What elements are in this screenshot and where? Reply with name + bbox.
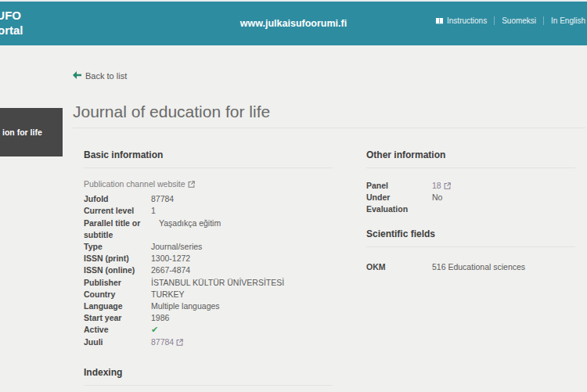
field-row-parallel-title: Parallel title or subtitle Yaşadıkça eği… <box>84 218 333 241</box>
field-label: ISSN (online) <box>84 264 151 276</box>
field-label: Start year <box>84 312 151 324</box>
header-nav: Instructions Suomeksi In English <box>435 16 585 25</box>
check-icon: ✔ <box>151 324 158 336</box>
header-bar: JUFOPortal www.julkaisufoorumi.fi Instru… <box>0 2 587 45</box>
panel-link[interactable]: 18 <box>432 180 451 192</box>
field-label: Juuli <box>84 336 151 348</box>
publication-channel-website-link[interactable]: Publication channel website <box>84 178 195 190</box>
field-row-current-level: Current level 1 <box>84 205 333 217</box>
main-content: Back to list Journal of education for li… <box>0 45 587 392</box>
field-label: Active <box>84 324 151 336</box>
field-label: Current level <box>84 205 151 217</box>
field-value: 87784 <box>151 193 174 205</box>
page-title: Journal of education for life <box>73 102 585 128</box>
external-link-icon <box>176 339 183 346</box>
right-column: Other information Panel 18 Under Evaluat… <box>366 128 575 392</box>
field-value: TURKEY <box>151 289 185 300</box>
section-scientific-fields: Scientific fields <box>366 228 575 247</box>
field-value: No <box>432 192 442 203</box>
field-row-panel: Panel 18 <box>366 180 575 192</box>
juuli-link[interactable]: 87784 <box>151 336 183 348</box>
publication-channel-website-row: Publication channel website <box>84 178 333 190</box>
field-row-start-year: Start year 1986 <box>84 312 333 324</box>
field-row-active: Active ✔ <box>84 324 333 336</box>
field-row-publisher: Publisher İSTANBUL KÜLTÜR ÜNİVERSİTESİ <box>84 277 333 289</box>
field-row-country: Country TURKEY <box>84 289 333 300</box>
book-icon <box>435 17 444 25</box>
field-label: Type <box>84 241 151 253</box>
field-row-language: Language Multiple languages <box>84 300 333 312</box>
nav-divider <box>543 16 544 25</box>
field-label: Country <box>84 289 151 300</box>
left-column: Basic information Publication channel we… <box>84 128 333 392</box>
field-value: 516 Educational sciences <box>432 261 525 273</box>
field-value: 1300-1272 <box>151 253 190 264</box>
nav-divider <box>494 16 495 25</box>
field-value: Journal/series <box>151 241 202 253</box>
field-row-type: Type Journal/series <box>84 241 333 253</box>
column-gap <box>333 128 366 392</box>
field-row-issn-print: ISSN (print) 1300-1272 <box>84 253 333 264</box>
field-row-jufoid: JufoId 87784 <box>84 193 333 205</box>
language-english-link[interactable]: In English <box>551 16 585 25</box>
field-value: İSTANBUL KÜLTÜR ÜNİVERSİTESİ <box>151 277 284 289</box>
section-other-information: Other information <box>366 149 575 168</box>
field-row-juuli: Juuli 87784 <box>84 336 333 348</box>
instructions-label: Instructions <box>447 16 487 25</box>
field-value: 1 <box>151 205 156 217</box>
juuli-link-label: 87784 <box>151 336 174 348</box>
language-finnish-link[interactable]: Suomeksi <box>502 16 536 25</box>
field-label: OKM <box>366 261 432 273</box>
field-label: JufoId <box>84 193 151 205</box>
panel-link-label: 18 <box>432 180 441 192</box>
section-basic-information: Basic information <box>84 149 333 168</box>
field-label: ISSN (print) <box>84 253 151 264</box>
field-label: Under Evaluation <box>366 192 432 215</box>
field-label: Panel <box>366 180 432 192</box>
back-to-list-label: Back to list <box>85 71 127 81</box>
field-label: Publisher <box>84 277 151 289</box>
field-value: 2667-4874 <box>151 264 190 276</box>
field-row-okm: OKM 516 Educational sciences <box>366 261 575 273</box>
publication-channel-website-label: Publication channel website <box>84 178 185 190</box>
back-arrow-icon <box>73 71 81 81</box>
back-to-list-link[interactable]: Back to list <box>73 71 127 81</box>
external-link-icon <box>444 182 451 189</box>
field-value: Multiple languages <box>151 300 220 312</box>
field-row-issn-online: ISSN (online) 2667-4874 <box>84 264 333 276</box>
field-value: Yaşadıkça eğitim <box>159 218 221 229</box>
field-label: Parallel title or subtitle <box>84 218 159 241</box>
field-row-under-evaluation: Under Evaluation No <box>366 192 575 215</box>
section-indexing: Indexing <box>84 367 333 386</box>
field-value: 1986 <box>151 312 169 324</box>
external-link-icon <box>188 181 195 188</box>
selected-list-item-clipped[interactable]: ion for life <box>0 108 63 156</box>
instructions-link[interactable]: Instructions <box>435 16 487 25</box>
field-label: Language <box>84 300 151 312</box>
